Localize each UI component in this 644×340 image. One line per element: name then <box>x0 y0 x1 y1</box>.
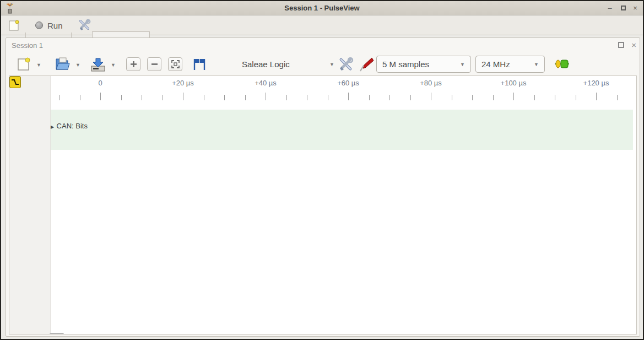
sample-rate-value: 24 MHz <box>481 60 510 69</box>
run-label: Run <box>47 21 63 30</box>
chevron-down-icon: ▼ <box>534 62 539 67</box>
zoom-in-button[interactable] <box>126 57 140 71</box>
ruler-tick <box>555 95 555 100</box>
ruler-tick <box>410 95 411 100</box>
open-folder-icon <box>55 57 70 72</box>
new-session-button[interactable] <box>4 17 24 34</box>
ruler-tick <box>596 93 597 100</box>
flags-icon <box>192 58 207 71</box>
save-button[interactable] <box>90 57 106 72</box>
ruler-tick <box>204 95 204 100</box>
ruler-tick <box>472 95 473 100</box>
new-file-button[interactable] <box>17 57 30 72</box>
ruler-tick-label: +120 µs <box>583 79 609 87</box>
ruler-tick <box>328 95 328 100</box>
zoom-out-button[interactable] <box>147 57 161 71</box>
minimize-button[interactable]: – <box>605 4 614 12</box>
trace-view[interactable]: 0+20 µs+40 µs+60 µs+80 µs+100 µs+120 µs … <box>9 75 637 334</box>
run-state-icon <box>35 21 43 29</box>
sample-rate-select[interactable]: 24 MHz ▼ <box>475 56 545 73</box>
save-dropdown-arrow[interactable]: ▼ <box>111 62 116 68</box>
trigger-falling-edge-icon[interactable] <box>9 76 21 88</box>
chevron-down-icon: ▼ <box>460 62 465 67</box>
device-config-button[interactable] <box>338 57 354 72</box>
close-button[interactable]: × <box>631 4 640 12</box>
session-toolbar: ▼ ▼ ▼ <box>6 55 640 75</box>
device-name: Saleae Logic <box>242 60 290 69</box>
decoder-icon <box>554 59 570 69</box>
maximize-button[interactable] <box>619 4 627 12</box>
ruler-tick-label: +40 µs <box>255 79 277 87</box>
session-subwindow: Session 1 × ▼ ▼ <box>6 37 640 337</box>
ruler-tick <box>431 93 431 100</box>
pulseview-window: Session 1 - PulseView – × Run <box>0 0 644 340</box>
plus-icon <box>130 61 137 68</box>
device-select[interactable]: Saleae Logic ▼ <box>242 56 334 73</box>
ruler-tick <box>513 93 514 100</box>
wrench-screwdriver-icon <box>338 57 354 72</box>
ruler-tick <box>452 95 452 100</box>
chevron-down-icon: ▼ <box>329 62 334 67</box>
tx-waveform[interactable] <box>9 76 175 159</box>
main-toolbar: Run Session 1 × <box>1 15 643 35</box>
zoom-to-flags-button[interactable] <box>192 58 207 71</box>
zoom-fit-button[interactable] <box>168 57 182 71</box>
add-decoder-button[interactable] <box>554 59 570 69</box>
ruler-tick <box>369 95 370 100</box>
ruler-tick <box>389 95 390 100</box>
open-dropdown-arrow[interactable]: ▼ <box>75 62 80 68</box>
save-icon <box>90 57 106 72</box>
ruler-tick <box>348 93 349 100</box>
sample-count-value: 5 M samples <box>382 60 429 69</box>
run-button[interactable]: Run <box>31 17 67 34</box>
new-file-icon <box>17 57 30 72</box>
subwindow-close-icon[interactable]: × <box>631 40 636 50</box>
ruler-tick-label: +80 µs <box>420 79 442 87</box>
ruler-tick <box>617 95 618 100</box>
wrench-screwdriver-icon <box>79 19 91 31</box>
new-file-dropdown-arrow[interactable]: ▼ <box>36 62 41 68</box>
ruler-tick <box>245 95 246 100</box>
ruler-tick <box>534 95 535 100</box>
ruler-tick <box>493 95 494 100</box>
new-session-icon <box>9 20 19 31</box>
ruler-tick-label: +60 µs <box>337 79 359 87</box>
open-file-button[interactable] <box>55 57 70 72</box>
subwindow-restore-icon[interactable] <box>618 42 624 48</box>
subwindow-title: Session 1 <box>12 41 43 50</box>
title-bar[interactable]: Session 1 - PulseView – × <box>1 1 643 15</box>
channels-button[interactable] <box>359 57 374 72</box>
ruler-tick <box>266 93 266 100</box>
ruler-tick-label: +100 µs <box>501 79 527 87</box>
ruler-tick <box>307 95 307 100</box>
probe-icon <box>359 57 374 72</box>
channel-tag-tx[interactable] <box>26 76 52 88</box>
sample-count-select[interactable]: 5 M samples ▼ <box>376 56 471 73</box>
ruler-tick <box>183 93 183 100</box>
ruler-tick-label: +20 µs <box>172 79 194 87</box>
window-title: Session 1 - PulseView <box>1 4 643 12</box>
minus-icon <box>151 61 158 68</box>
ruler-tick <box>286 95 287 100</box>
horizontal-scrollbar[interactable] <box>50 333 64 334</box>
ruler-tick <box>224 95 225 100</box>
ruler-tick <box>576 95 576 100</box>
zoom-fit-icon <box>171 60 180 68</box>
